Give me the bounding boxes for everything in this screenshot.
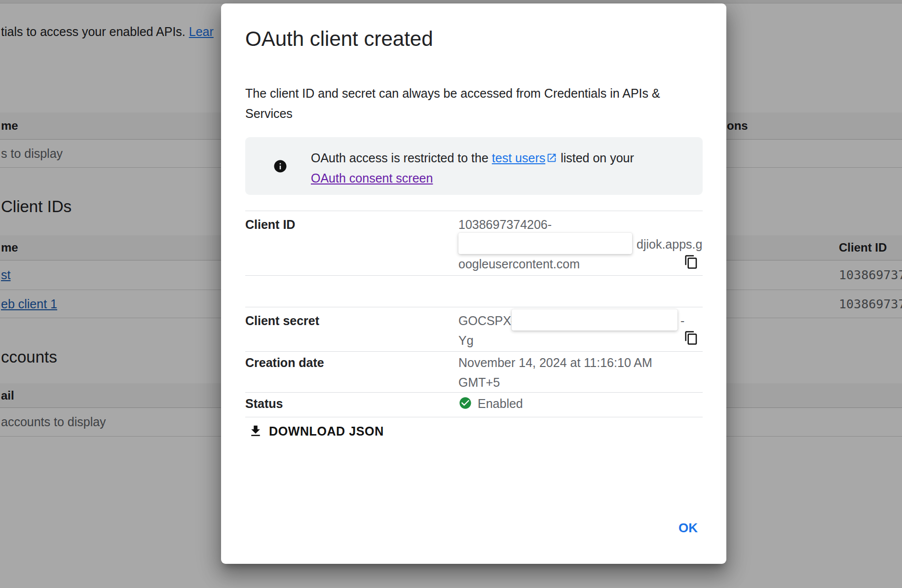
copy-icon <box>684 255 699 269</box>
divider <box>245 307 703 307</box>
client-id-line2-suffix: djiok.apps.g <box>637 234 702 254</box>
info-icon <box>273 159 288 174</box>
client-id-label: Client ID <box>245 218 295 232</box>
client-id-line1: 1038697374206- <box>458 215 705 234</box>
divider <box>245 417 703 417</box>
divider <box>245 211 703 211</box>
ok-button[interactable]: OK <box>670 515 707 541</box>
infobox-text-after: listed on your <box>557 151 634 165</box>
client-secret-prefix: GOCSPX- <box>458 311 515 331</box>
status-badge: Enabled <box>478 397 523 411</box>
creation-date-value: November 14, 2024 at 11:16:10 AM GMT+5 <box>458 353 680 392</box>
divider <box>245 351 703 352</box>
client-secret-line2: Yg <box>458 331 705 350</box>
client-secret-dash: - <box>680 311 684 331</box>
oauth-client-created-dialog: OAuth client created The client ID and s… <box>221 3 726 564</box>
test-users-infobox: OAuth access is restricted to the test u… <box>245 137 703 195</box>
status-label: Status <box>245 397 283 411</box>
copy-client-secret-button[interactable] <box>683 330 700 347</box>
divider <box>245 392 703 393</box>
dialog-title: OAuth client created <box>245 27 433 51</box>
copy-icon <box>684 331 699 345</box>
creation-date-label: Creation date <box>245 356 324 370</box>
check-circle-icon <box>458 396 472 410</box>
client-secret-value: GOCSPX- - Yg <box>458 311 705 350</box>
client-id-redaction <box>458 233 632 254</box>
download-icon <box>248 424 263 439</box>
client-id-line3: oogleusercontent.com <box>458 254 705 274</box>
external-link-icon <box>546 152 557 163</box>
test-users-link[interactable]: test users <box>492 151 545 165</box>
client-id-value: 1038697374206- djiok.apps.g oogleusercon… <box>458 215 705 274</box>
copy-client-id-button[interactable] <box>683 254 700 271</box>
download-json-label: DOWNLOAD JSON <box>269 424 384 439</box>
infobox-text-before: OAuth access is restricted to the <box>311 151 492 165</box>
client-secret-redaction <box>512 309 677 331</box>
client-secret-label: Client secret <box>245 314 319 328</box>
dialog-subtitle: The client ID and secret can always be a… <box>245 83 682 124</box>
divider <box>245 275 703 276</box>
oauth-consent-screen-link[interactable]: OAuth consent screen <box>311 171 433 185</box>
download-json-button[interactable]: DOWNLOAD JSON <box>248 424 384 439</box>
